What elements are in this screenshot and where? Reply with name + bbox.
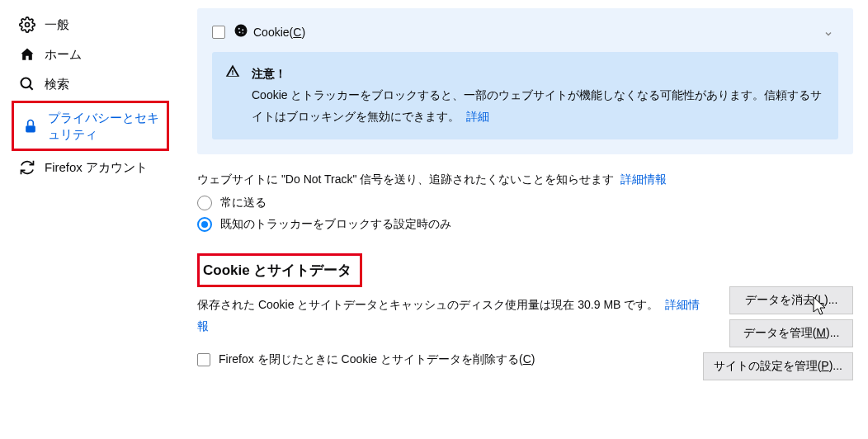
- dnt-section: ウェブサイトに "Do Not Track" 信号を送り、追跡されたくないことを…: [197, 172, 853, 232]
- sidebar-item-home[interactable]: ホーム: [12, 40, 169, 69]
- sidebar-item-label: 一般: [45, 17, 69, 33]
- sync-icon: [18, 158, 36, 177]
- section-heading: Cookie とサイトデータ: [203, 261, 351, 280]
- lock-icon: [21, 117, 40, 135]
- main-content: Cookie(C) 注意！ Cookie とトラッカーをブロックすると、一部のウ…: [177, 0, 868, 439]
- warning-title: 注意！: [252, 67, 286, 80]
- svg-line-2: [30, 87, 33, 90]
- tracking-cookie-panel: Cookie(C) 注意！ Cookie とトラッカーをブロックすると、一部のウ…: [197, 8, 853, 154]
- sidebar-item-search[interactable]: 検索: [12, 69, 169, 99]
- sidebar-item-label: 検索: [45, 76, 69, 92]
- manage-permissions-button[interactable]: サイトの設定を管理(P)...: [703, 352, 853, 380]
- delete-on-close-label: Firefox を閉じたときに Cookie とサイトデータを削除する(C): [219, 352, 535, 367]
- delete-on-close-checkbox[interactable]: [197, 353, 210, 366]
- section-heading-highlight: Cookie とサイトデータ: [197, 253, 362, 287]
- cookie-usage-text: 保存された Cookie とサイトデータとキャッシュのディスク使用量は現在 30…: [197, 298, 658, 311]
- warning-box: 注意！ Cookie とトラッカーをブロックすると、一部のウェブサイトが機能しな…: [212, 52, 838, 139]
- dnt-radio-always-label: 常に送る: [220, 196, 267, 210]
- svg-point-1: [21, 78, 31, 88]
- cookie-label: Cookie(C): [253, 26, 305, 39]
- manage-data-button[interactable]: データを管理(M)...: [729, 319, 853, 347]
- dnt-intro-text: ウェブサイトに "Do Not Track" 信号を送り、追跡されたくないことを…: [197, 172, 614, 186]
- warning-icon: [225, 64, 240, 86]
- cookie-data-section: Cookie とサイトデータ 保存された Cookie とサイトデータとキャッシ…: [197, 253, 853, 367]
- cookie-data-buttons: データを消去(L)... データを管理(M)... サイトの設定を管理(P)..…: [703, 286, 853, 380]
- clear-data-button[interactable]: データを消去(L)...: [729, 286, 853, 314]
- svg-rect-3: [26, 125, 35, 132]
- svg-point-8: [243, 32, 244, 34]
- svg-point-6: [242, 29, 243, 31]
- sidebar-item-privacy[interactable]: プライバシーとセキュリティ: [15, 104, 166, 148]
- warning-details-link[interactable]: 詳細: [466, 110, 489, 123]
- sidebar-item-label: ホーム: [45, 46, 82, 63]
- cookie-checkbox[interactable]: [212, 26, 225, 39]
- sidebar-item-label: プライバシーとセキュリティ: [48, 110, 159, 142]
- dnt-radio-known-label: 既知のトラッカーをブロックする設定時のみ: [220, 217, 451, 232]
- sidebar-item-account[interactable]: Firefox アカウント: [12, 153, 169, 182]
- dnt-radio-always[interactable]: [197, 196, 212, 210]
- sidebar: 一般 ホーム 検索 プライバシーとセキュリティ: [0, 0, 177, 439]
- dnt-more-link[interactable]: 詳細情報: [620, 172, 667, 186]
- dnt-radio-known[interactable]: [197, 217, 212, 232]
- warning-body: Cookie とトラッカーをブロックすると、一部のウェブサイトが機能しなくなる可…: [252, 88, 822, 123]
- sidebar-highlight: プライバシーとセキュリティ: [12, 101, 169, 151]
- svg-point-7: [239, 31, 241, 33]
- svg-point-0: [26, 23, 30, 27]
- chevron-down-icon[interactable]: [823, 28, 833, 41]
- home-icon: [18, 45, 36, 64]
- cookie-icon: [234, 23, 253, 40]
- svg-point-4: [235, 25, 248, 37]
- gear-icon: [18, 16, 36, 34]
- sidebar-item-general[interactable]: 一般: [12, 10, 169, 40]
- search-icon: [18, 75, 36, 93]
- cookie-option-row[interactable]: Cookie(C): [212, 23, 838, 40]
- svg-point-5: [238, 28, 240, 30]
- sidebar-item-label: Firefox アカウント: [45, 159, 148, 176]
